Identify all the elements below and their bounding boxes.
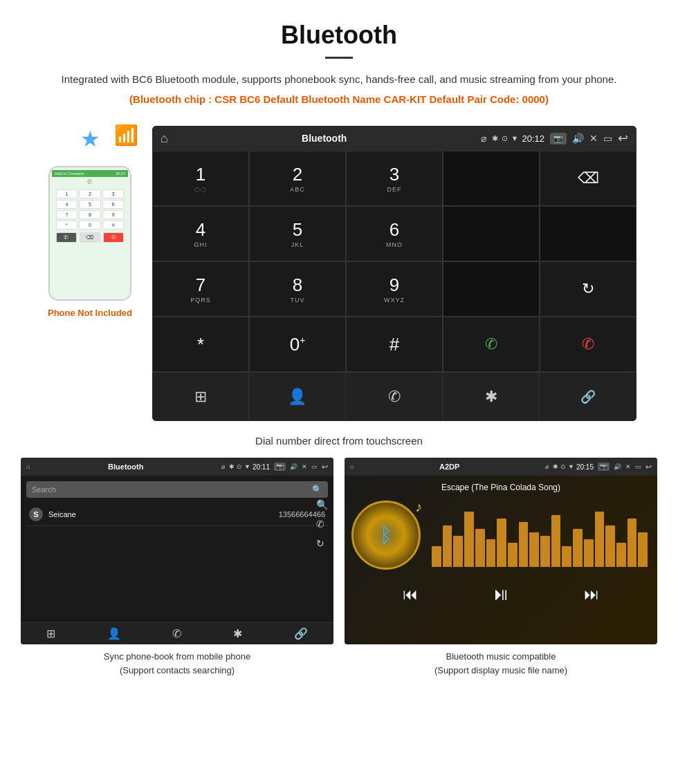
music-bt-disc-icon: ᛒ — [380, 523, 392, 547]
phonebook-nav-keypad[interactable]: ⊞ — [46, 627, 55, 640]
eq-bar — [595, 512, 605, 567]
dial-key-8[interactable]: 8TUV — [249, 261, 346, 317]
music-back-icon[interactable]: ↩ — [645, 463, 652, 472]
back-icon[interactable]: ↩ — [618, 131, 628, 146]
dial-key-3[interactable]: 3DEF — [346, 151, 443, 206]
music-vol-icon[interactable]: 🔊 — [614, 463, 621, 470]
search-icon: 🔍 — [312, 485, 322, 494]
page-title: Bluetooth — [42, 21, 636, 50]
music-cam-btn[interactable]: 📷 — [598, 463, 610, 471]
dial-backspace-key[interactable]: ⌫ — [540, 151, 636, 206]
phonebook-caption-line2: (Support contacts searching) — [120, 665, 235, 675]
dial-nav-phone[interactable]: ✆ — [346, 373, 443, 421]
phonebook-search-placeholder: Search — [32, 485, 309, 494]
eq-bar — [453, 536, 463, 567]
music-prev-button[interactable]: ⏮ — [403, 586, 418, 604]
music-caption: Bluetooth music compatible (Support disp… — [434, 644, 567, 680]
dial-nav-keypad[interactable]: ⊞ — [152, 373, 249, 421]
phonebook-screenshot: ⌂ Bluetooth ⌀ ✱ ⊙ ▼ 20:11 📷 🔊 ✕ ▭ ↩ — [21, 458, 333, 680]
music-play-pause-button[interactable]: ⏯ — [492, 584, 510, 605]
dial-bottom-nav: ⊞ 👤 ✆ ✱ 🔗 — [152, 372, 636, 421]
phonebook-call-icon[interactable]: ✆ — [316, 519, 328, 530]
phonebook-home-icon[interactable]: ⌂ — [26, 463, 30, 470]
phonebook-search-right-icon[interactable]: 🔍 — [316, 499, 328, 510]
dial-call-green-key[interactable]: ✆ — [443, 317, 540, 372]
dial-nav-contacts[interactable]: 👤 — [249, 373, 346, 421]
music-win-icon[interactable]: ▭ — [635, 463, 641, 470]
eq-bar — [605, 525, 615, 567]
contact-letter-badge: S — [29, 507, 43, 521]
close-icon[interactable]: ✕ — [589, 133, 598, 144]
phonebook-screen: ⌂ Bluetooth ⌀ ✱ ⊙ ▼ 20:11 📷 🔊 ✕ ▭ ↩ — [21, 458, 333, 644]
music-next-button[interactable]: ⏭ — [584, 586, 599, 604]
home-icon[interactable]: ⌂ — [161, 131, 168, 146]
dial-key-9[interactable]: 9WXYZ — [346, 261, 443, 317]
phonebook-signal-icon: ▼ — [244, 463, 250, 470]
phonebook-nav-link[interactable]: 🔗 — [294, 627, 308, 640]
music-disc-art: ᛒ♪ — [351, 501, 421, 570]
dial-nav-bluetooth[interactable]: ✱ — [443, 373, 540, 421]
dial-call-red-key[interactable]: ✆ — [540, 317, 636, 372]
music-caption-line2: (Support display music file name) — [434, 665, 567, 675]
page-header: Bluetooth Integrated with BC6 Bluetooth … — [0, 0, 678, 112]
dial-key-1[interactable]: 1◌◌ — [152, 151, 249, 206]
music-body: Escape (The Pina Colada Song) ᛒ♪ ⏮ ⏯ ⏭ — [345, 476, 657, 620]
music-note-icon: ♪ — [415, 499, 422, 515]
volume-icon[interactable]: 🔊 — [572, 133, 584, 144]
phonebook-nav-bt[interactable]: ✱ — [233, 627, 242, 640]
phonebook-nav-phone[interactable]: ✆ — [172, 627, 181, 640]
music-home-icon[interactable]: ⌂ — [350, 463, 354, 470]
window-icon[interactable]: ▭ — [603, 133, 612, 144]
music-status-bar: ⌂ A2DP ⌀ ✱ ⊙ ▼ 20:15 📷 🔊 ✕ ▭ ↩ — [345, 458, 657, 476]
dial-key-star[interactable]: * — [152, 317, 249, 372]
music-signal-icon: ▼ — [568, 463, 574, 470]
phonebook-back-icon[interactable]: ↩ — [322, 463, 328, 472]
music-status-icons: ✱ ⊙ ▼ 20:15 — [553, 463, 594, 471]
phonebook-win-icon[interactable]: ▭ — [311, 463, 318, 470]
dial-key-6[interactable]: 6MNO — [346, 206, 443, 261]
phonebook-content: Search 🔍 S Seicane 13566664466 🔍 ✆ ↻ — [21, 476, 333, 568]
music-screen-title: A2DP — [358, 463, 541, 471]
dial-nav-link[interactable]: 🔗 — [540, 373, 636, 421]
dial-empty-1 — [443, 206, 540, 261]
eq-bar — [475, 529, 485, 567]
dial-key-hash[interactable]: # — [346, 317, 443, 372]
dial-status-bar: ⌂ Bluetooth ⌀ ✱ ⊙ ▼ 20:12 📷 🔊 ✕ ▭ ↩ — [152, 126, 636, 151]
phonebook-vol-icon[interactable]: 🔊 — [290, 463, 297, 470]
dial-redial-key[interactable]: ↻ — [540, 261, 636, 317]
dial-key-2[interactable]: 2ABC — [249, 151, 346, 206]
phonebook-bt-icon: ✱ — [229, 463, 235, 470]
phonebook-search-bar[interactable]: Search 🔍 — [26, 481, 328, 498]
eq-bar — [540, 536, 550, 567]
music-close-icon[interactable]: ✕ — [625, 463, 631, 470]
status-icons: ✱ ⊙ ▼ 20:12 — [492, 133, 544, 144]
music-usb-icon: ⌀ — [545, 463, 549, 470]
dial-key-7[interactable]: 7PQRS — [152, 261, 249, 317]
phonebook-cam-btn[interactable]: 📷 — [274, 463, 286, 471]
phonebook-sync-icon[interactable]: ↻ — [316, 538, 328, 549]
contact-name: Seicane — [48, 510, 273, 519]
dial-empty-2 — [540, 206, 636, 261]
music-song-title: Escape (The Pina Colada Song) — [441, 483, 560, 492]
signal-icon: ▼ — [511, 134, 519, 142]
music-loc-icon: ⊙ — [560, 463, 566, 470]
phonebook-usb-icon: ⌀ — [221, 463, 225, 470]
eq-bar — [519, 522, 529, 567]
phonebook-nav-contacts[interactable]: 👤 — [107, 627, 121, 640]
phonebook-close-icon[interactable]: ✕ — [302, 463, 307, 470]
phone-mockup: 📶 ★ Add to Contacts M:22 ✆ 123 — [42, 126, 138, 318]
music-eq-visualizer — [429, 501, 650, 570]
phonebook-time: 20:11 — [253, 463, 270, 471]
music-art-area: ᛒ♪ — [351, 501, 650, 570]
header-divider — [325, 57, 353, 59]
eq-bar — [443, 525, 452, 567]
eq-bar — [486, 539, 496, 567]
eq-bar — [508, 543, 517, 567]
dial-key-5[interactable]: 5JKL — [249, 206, 346, 261]
phonebook-contact-entry[interactable]: S Seicane 13566664466 — [26, 503, 328, 526]
bluetooth-signal-icon: 📶 — [114, 124, 138, 146]
usb-icon: ⌀ — [481, 133, 486, 144]
dial-key-4[interactable]: 4GHI — [152, 206, 249, 261]
camera-button[interactable]: 📷 — [550, 133, 567, 144]
dial-key-0[interactable]: 0+ — [249, 317, 346, 372]
